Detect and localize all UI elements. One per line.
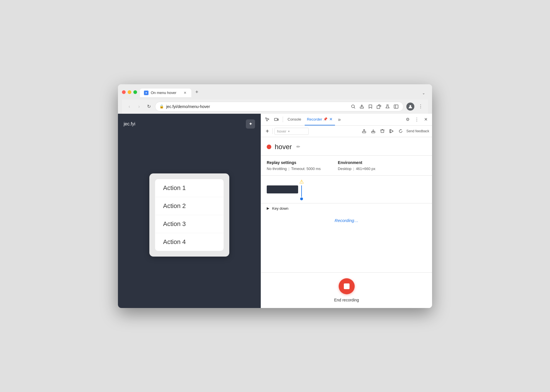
theme-toggle-button[interactable]: ✦ [246,119,255,129]
devtools-header: Console Recorder 📌 ✕ » ⚙ ⋮ ✕ [261,114,432,126]
back-button[interactable]: ‹ [126,103,133,110]
main-content: jec.fyi ✦ Action 1 Action 2 Action 3 Act… [118,114,432,308]
title-bar: On menu hover ✕ + ⌄ ‹ › ↻ 🔒 jec.fyi/demo… [118,84,432,114]
svg-line-3 [354,107,355,108]
environment-title: Environment [338,160,375,165]
header-separator [283,117,283,122]
traffic-lights [122,90,137,94]
flask-icon[interactable] [384,103,391,110]
event-label: Key down [272,206,288,211]
recording-selector[interactable]: hover ▾ [274,128,309,135]
recording-indicator-dot [267,145,271,149]
refresh-button[interactable]: ↻ [145,103,152,110]
webpage-panel: jec.fyi ✦ Action 1 Action 2 Action 3 Act… [118,114,261,308]
import-button[interactable] [370,128,377,135]
expand-icon[interactable]: ▶ [267,206,269,210]
edit-name-button[interactable]: ✏ [296,144,300,149]
environment-values: Desktop | 461×660 px [338,167,375,171]
more-tabs-button[interactable]: ⌄ [419,89,428,97]
replay-settings-group: Replay settings No throttling | Timeout:… [267,160,321,171]
profile-button[interactable] [406,103,414,111]
lock-icon: 🔒 [159,104,164,109]
dropdown-menu: Action 1 Action 2 Action 3 Action 4 [149,173,229,257]
bookmark-icon[interactable] [367,103,374,110]
svg-rect-11 [274,118,277,121]
active-tab[interactable]: On menu hover ✕ [140,89,191,97]
replay-settings-section: Replay settings No throttling | Timeout:… [261,156,432,176]
send-feedback-link[interactable]: Send feedback [406,129,429,133]
settings-separator: | [288,167,289,171]
throttling-value: No throttling [267,167,287,171]
recorder-toolbar: + hover ▾ [261,126,432,137]
desktop-label: Desktop [338,167,352,171]
svg-rect-12 [278,119,278,120]
more-tabs-devtools-button[interactable]: » [336,117,342,123]
end-recording-button[interactable] [339,278,355,294]
site-name: jec.fyi [124,121,135,127]
tabs-row: On menu hover ✕ + ⌄ [140,87,428,97]
timeline-dot [300,197,303,200]
webpage-header: jec.fyi ✦ [124,119,255,129]
tab-close-button[interactable]: ✕ [183,91,187,95]
title-bar-top: On menu hover ✕ + ⌄ [122,87,428,99]
sidebar-toggle-icon[interactable] [393,103,399,110]
end-recording-area: End recording [261,272,432,308]
delete-recording-button[interactable] [379,128,386,135]
timeline-track: ⚠ [267,179,426,200]
chrome-menu-button[interactable]: ⋮ [417,103,424,110]
recording-selector-value: hover [277,129,286,133]
tab-console[interactable]: Console [285,114,304,125]
timeout-value: Timeout: 5000 ms [291,167,321,171]
chevron-down-icon: ▾ [288,130,290,133]
tab-title: On menu hover [151,91,180,95]
new-tab-button[interactable]: + [192,87,201,97]
maximize-window-button[interactable] [133,90,137,94]
menu-item-action4[interactable]: Action 4 [155,233,224,251]
svg-rect-4 [360,107,364,108]
timeline-area: ⚠ [261,176,432,203]
replay-button[interactable] [388,128,395,135]
extension-icon[interactable] [376,103,382,110]
recorder-pin-icon: 📌 [323,117,328,121]
search-icon[interactable] [350,103,356,110]
recording-name-area: hover ✏ [261,137,432,156]
stop-icon [344,283,350,289]
add-recording-button[interactable]: + [264,128,271,135]
svg-rect-13 [362,131,366,133]
devtools-settings-button[interactable]: ⚙ [404,115,412,123]
menu-item-action3[interactable]: Action 3 [155,215,224,233]
close-window-button[interactable] [122,90,126,94]
url-text: jec.fyi/demo/menu-hover [166,104,348,109]
forward-button[interactable]: › [136,103,142,110]
end-recording-label: End recording [334,298,359,302]
recorder-toolbar-icons: Send feedback [361,128,429,135]
tab-recorder[interactable]: Recorder 📌 ✕ [305,114,335,125]
menu-inner: Action 1 Action 2 Action 3 Action 4 [155,179,224,251]
environment-group: Environment Desktop | 461×660 px [338,160,375,171]
svg-rect-15 [381,130,384,133]
svg-marker-5 [369,105,372,108]
url-bar[interactable]: 🔒 jec.fyi/demo/menu-hover [155,102,404,111]
device-toggle-button[interactable] [272,115,280,123]
address-bar: ‹ › ↻ 🔒 jec.fyi/demo/menu-hover [122,99,428,114]
menu-item-action2[interactable]: Action 2 [155,197,224,215]
recorder-tab-close[interactable]: ✕ [329,117,333,121]
svg-rect-6 [377,106,380,109]
inspect-element-button[interactable] [263,115,271,123]
step-button[interactable] [397,128,404,135]
devtools-more-button[interactable]: ⋮ [413,115,421,123]
share-icon[interactable] [359,103,365,110]
svg-rect-14 [372,131,375,133]
timeline-marker: ⚠ [299,179,304,200]
minimize-window-button[interactable] [128,90,131,94]
timeline-line [301,185,302,197]
export-button[interactable] [361,128,368,135]
key-down-event[interactable]: ▶ Key down [261,203,432,213]
menu-item-action1[interactable]: Action 1 [155,179,224,197]
svg-marker-18 [390,129,393,133]
svg-point-1 [146,92,147,93]
devtools-panel: Console Recorder 📌 ✕ » ⚙ ⋮ ✕ + [261,114,432,308]
devtools-close-button[interactable]: ✕ [422,115,430,123]
warning-icon: ⚠ [299,179,304,185]
replay-settings-values: No throttling | Timeout: 5000 ms [267,167,321,171]
